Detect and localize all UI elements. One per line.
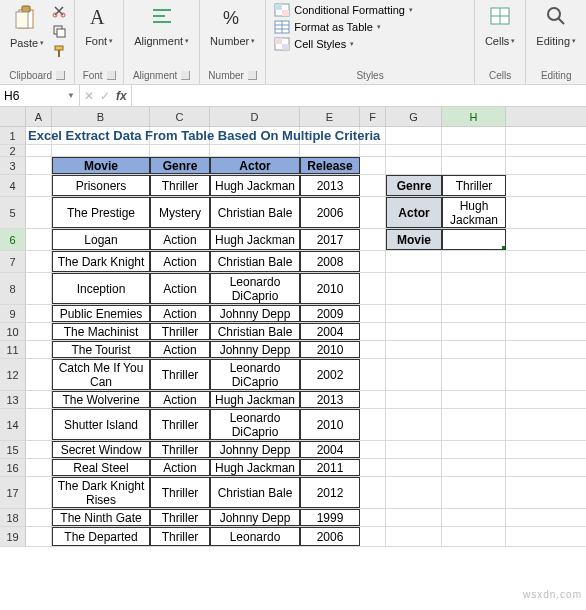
cell[interactable]: Release xyxy=(300,157,360,174)
row-header[interactable]: 17 xyxy=(0,477,26,508)
formula-input[interactable] xyxy=(132,85,586,106)
cell[interactable] xyxy=(360,273,386,304)
cell[interactable]: Action xyxy=(150,459,210,476)
cell[interactable] xyxy=(360,509,386,526)
cell[interactable]: 2004 xyxy=(300,323,360,340)
cell[interactable]: 2013 xyxy=(300,391,360,408)
dialog-launcher-icon[interactable] xyxy=(56,71,65,80)
cell[interactable] xyxy=(26,323,52,340)
cell[interactable] xyxy=(442,305,506,322)
cell[interactable]: Thriller xyxy=(150,175,210,196)
cell[interactable] xyxy=(386,509,442,526)
cell[interactable] xyxy=(360,229,386,250)
name-box[interactable]: H6 ▼ xyxy=(0,85,80,106)
cell[interactable] xyxy=(386,273,442,304)
enter-formula-icon[interactable]: ✓ xyxy=(100,89,110,103)
cell[interactable] xyxy=(26,459,52,476)
font-button[interactable]: A Font▾ xyxy=(81,2,117,49)
cell-styles-button[interactable]: Cell Styles▾ xyxy=(272,36,415,52)
cell[interactable] xyxy=(26,305,52,322)
cancel-formula-icon[interactable]: ✕ xyxy=(84,89,94,103)
cell[interactable] xyxy=(26,175,52,196)
cell[interactable]: Real Steel xyxy=(52,459,150,476)
cell[interactable]: Action xyxy=(150,251,210,272)
cell[interactable]: Movie xyxy=(52,157,150,174)
cells-button[interactable]: Cells▾ xyxy=(481,2,519,49)
cell[interactable] xyxy=(26,391,52,408)
cell[interactable]: Movie xyxy=(386,229,442,250)
cell[interactable] xyxy=(442,323,506,340)
row-header[interactable]: 9 xyxy=(0,305,26,322)
cell[interactable] xyxy=(26,273,52,304)
cut-button[interactable] xyxy=(50,2,68,20)
cell[interactable]: Mystery xyxy=(150,197,210,228)
copy-button[interactable] xyxy=(50,22,68,40)
dialog-launcher-icon[interactable] xyxy=(107,71,116,80)
row-header[interactable]: 16 xyxy=(0,459,26,476)
cell[interactable] xyxy=(442,477,506,508)
cell[interactable] xyxy=(360,323,386,340)
row-header[interactable]: 8 xyxy=(0,273,26,304)
cell[interactable] xyxy=(386,127,442,144)
cell[interactable]: Hugh Jackman xyxy=(442,197,506,228)
cell[interactable] xyxy=(386,145,442,156)
cell[interactable] xyxy=(360,527,386,546)
fx-icon[interactable]: fx xyxy=(116,89,127,103)
cell[interactable] xyxy=(442,251,506,272)
cell[interactable] xyxy=(26,477,52,508)
col-header[interactable]: H xyxy=(442,107,506,126)
cell[interactable] xyxy=(442,391,506,408)
cell[interactable]: Christian Bale xyxy=(210,477,300,508)
cell[interactable]: Logan xyxy=(52,229,150,250)
cell[interactable]: The Tourist xyxy=(52,341,150,358)
col-header[interactable]: G xyxy=(386,107,442,126)
cell[interactable] xyxy=(360,251,386,272)
cell[interactable] xyxy=(386,341,442,358)
cell[interactable] xyxy=(442,341,506,358)
cell[interactable]: Action xyxy=(150,391,210,408)
cell[interactable]: Thriller xyxy=(150,359,210,390)
cell[interactable]: Public Enemies xyxy=(52,305,150,322)
cell[interactable] xyxy=(150,145,210,156)
cell[interactable]: Hugh Jackman xyxy=(210,175,300,196)
cell[interactable]: Christian Bale xyxy=(210,323,300,340)
cell[interactable] xyxy=(442,409,506,440)
col-header[interactable]: C xyxy=(150,107,210,126)
cell[interactable] xyxy=(442,459,506,476)
cell[interactable] xyxy=(360,359,386,390)
cell[interactable]: 2004 xyxy=(300,441,360,458)
cell[interactable]: 2006 xyxy=(300,197,360,228)
cell[interactable] xyxy=(300,145,360,156)
dialog-launcher-icon[interactable] xyxy=(248,71,257,80)
cell[interactable] xyxy=(386,323,442,340)
cell[interactable] xyxy=(386,409,442,440)
cell[interactable] xyxy=(442,359,506,390)
cell[interactable]: Prisoners xyxy=(52,175,150,196)
cell[interactable]: Shutter Island xyxy=(52,409,150,440)
cell[interactable]: 2006 xyxy=(300,527,360,546)
row-header[interactable]: 12 xyxy=(0,359,26,390)
number-button[interactable]: % Number▾ xyxy=(206,2,259,49)
cell[interactable] xyxy=(386,359,442,390)
cell[interactable]: Actor xyxy=(210,157,300,174)
format-as-table-button[interactable]: Format as Table▾ xyxy=(272,19,415,35)
cell[interactable] xyxy=(360,341,386,358)
cell[interactable]: Thriller xyxy=(150,323,210,340)
cell[interactable]: Christian Bale xyxy=(210,197,300,228)
cell[interactable] xyxy=(26,251,52,272)
cell[interactable] xyxy=(26,359,52,390)
col-header[interactable]: D xyxy=(210,107,300,126)
cell[interactable]: Hugh Jackman xyxy=(210,391,300,408)
paste-button[interactable]: Paste▾ xyxy=(6,2,48,51)
cell[interactable]: The Dark Knight xyxy=(52,251,150,272)
cell[interactable] xyxy=(26,409,52,440)
cell[interactable]: Thriller xyxy=(150,409,210,440)
cell[interactable]: Hugh Jackman xyxy=(210,459,300,476)
row-header[interactable]: 6 xyxy=(0,229,26,250)
cell[interactable] xyxy=(26,145,52,156)
cell[interactable]: The Prestige xyxy=(52,197,150,228)
cell[interactable]: The Departed xyxy=(52,527,150,546)
cell[interactable] xyxy=(442,273,506,304)
col-header[interactable]: B xyxy=(52,107,150,126)
cell[interactable]: The Ninth Gate xyxy=(52,509,150,526)
